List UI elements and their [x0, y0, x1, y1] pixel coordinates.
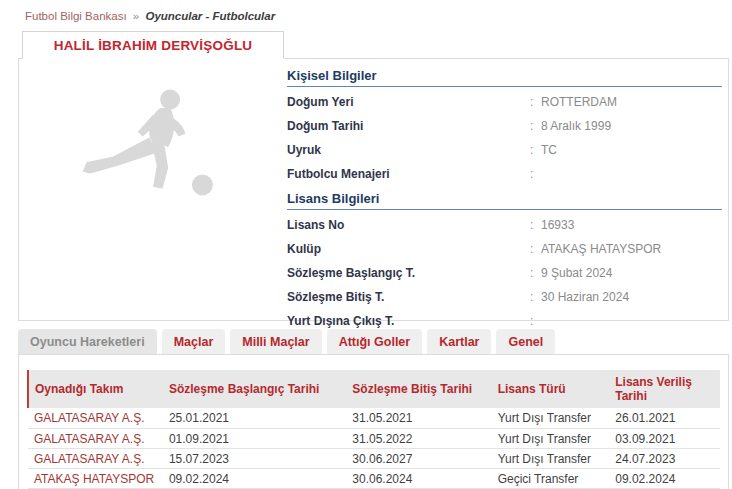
info-row: Doğum Tarihi:8 Aralık 1999 [287, 114, 722, 138]
tab-ma-lar[interactable]: Maçlar [162, 329, 226, 354]
colon-separator: : [530, 167, 541, 181]
footballer-silhouette-icon [58, 73, 248, 320]
cell: 09.02.2024 [163, 468, 346, 488]
cell: 25.01.2021 [163, 408, 346, 428]
cell: 26.01.2021 [609, 408, 720, 428]
info-row: Sözleşme Başlangıç T.:9 Şubat 2024 [287, 261, 722, 285]
colon-separator: : [530, 314, 541, 328]
player-photo-placeholder [19, 59, 287, 320]
info-value: ATAKAŞ HATAYSPOR [541, 242, 661, 256]
tab-oyuncu-hareketleri[interactable]: Oyuncu Hareketleri [18, 329, 157, 354]
table-row: ATAKAŞ HATAYSPOR09.02.202430.06.2024Geçi… [28, 468, 720, 488]
tab-milli-ma-lar[interactable]: Milli Maçlar [230, 329, 321, 354]
team-link[interactable]: GALATASARAY A.Ş. [28, 448, 163, 468]
info-value: 9 Şubat 2024 [541, 266, 612, 280]
info-value: ROTTERDAM [541, 95, 617, 109]
tab-content-panel: Oynadığı TakımSözleşme Başlangıç TarihiS… [18, 354, 729, 489]
cell: Geçici Transfer [492, 468, 610, 488]
player-details-column: Kişisel Bilgiler Doğum Yeri:ROTTERDAMDoğ… [287, 59, 728, 320]
cell: 30.06.2024 [346, 468, 491, 488]
cell: 31.05.2021 [346, 408, 491, 428]
breadcrumb-current: Oyuncular - Futbolcular [145, 10, 275, 22]
table-row: GALATASARAY A.Ş.15.07.202330.06.2027Yurt… [28, 448, 720, 468]
info-value: 30 Haziran 2024 [541, 290, 629, 304]
personal-info-title: Kişisel Bilgiler [287, 63, 722, 87]
info-label: Lisans No [287, 218, 530, 232]
column-header-s-zle-me-biti-tarihi: Sözleşme Bitiş Tarihi [346, 370, 491, 408]
table-header-row: Oynadığı TakımSözleşme Başlangıç TarihiS… [28, 370, 720, 408]
info-row: Sözleşme Bitiş T.:30 Haziran 2024 [287, 285, 722, 309]
colon-separator: : [530, 242, 541, 256]
info-label: Kulüp [287, 242, 530, 256]
info-value: 8 Aralık 1999 [541, 119, 611, 133]
cell: 03.09.2021 [609, 428, 720, 448]
colon-separator: : [530, 95, 541, 109]
info-label: Doğum Tarihi [287, 119, 530, 133]
column-header-lisans-t-r: Lisans Türü [492, 370, 610, 408]
player-name-tab: HALİL İBRAHİM DERVİŞOĞLU [22, 31, 284, 59]
colon-separator: : [530, 218, 541, 232]
info-label: Sözleşme Bitiş T. [287, 290, 530, 304]
column-header-oynad-tak-m: Oynadığı Takım [28, 370, 163, 408]
colon-separator: : [530, 143, 541, 157]
transfers-table: Oynadığı TakımSözleşme Başlangıç TarihiS… [27, 370, 720, 489]
cell: Yurt Dışı Transfer [492, 448, 610, 468]
info-label: Yurt Dışına Çıkış T. [287, 314, 530, 328]
info-row: Doğum Yeri:ROTTERDAM [287, 90, 722, 114]
cell: 01.09.2021 [163, 428, 346, 448]
colon-separator: : [530, 119, 541, 133]
breadcrumb-separator: » [130, 10, 142, 22]
cell: 31.05.2022 [346, 428, 491, 448]
tab-kartlar[interactable]: Kartlar [427, 329, 491, 354]
team-link[interactable]: GALATASARAY A.Ş. [28, 428, 163, 448]
cell: 24.07.2023 [609, 448, 720, 468]
info-label: Sözleşme Başlangıç T. [287, 266, 530, 280]
info-row: Kulüp:ATAKAŞ HATAYSPOR [287, 237, 722, 261]
team-link[interactable]: ATAKAŞ HATAYSPOR [28, 468, 163, 488]
info-row: Uyruk:TC [287, 138, 722, 162]
colon-separator: : [530, 266, 541, 280]
cell: 15.07.2023 [163, 448, 346, 468]
cell: 30.06.2027 [346, 448, 491, 468]
info-value: 16933 [541, 218, 574, 232]
tab-genel[interactable]: Genel [496, 329, 555, 354]
team-link[interactable]: GALATASARAY A.Ş. [28, 408, 163, 428]
table-row: GALATASARAY A.Ş.01.09.202131.05.2022Yurt… [28, 428, 720, 448]
column-header-lisans-verili-tarihi: Lisans Veriliş Tarihi [609, 370, 720, 408]
license-info-title: Lisans Bilgileri [287, 186, 722, 210]
cell: Yurt Dışı Transfer [492, 408, 610, 428]
player-info-panel: Kişisel Bilgiler Doğum Yeri:ROTTERDAMDoğ… [18, 58, 729, 321]
colon-separator: : [530, 290, 541, 304]
info-value: TC [541, 143, 557, 157]
breadcrumb-root-link[interactable]: Futbol Bilgi Bankası [25, 10, 127, 22]
info-row: Lisans No:16933 [287, 213, 722, 237]
table-row: GALATASARAY A.Ş.25.01.202131.05.2021Yurt… [28, 408, 720, 428]
info-label: Uyruk [287, 143, 530, 157]
info-row: Futbolcu Menajeri: [287, 162, 722, 186]
breadcrumb: Futbol Bilgi Bankası » Oyuncular - Futbo… [0, 0, 732, 31]
cell: 09.02.2024 [609, 468, 720, 488]
cell: Yurt Dışı Transfer [492, 428, 610, 448]
tab-att-goller[interactable]: Attığı Goller [327, 329, 423, 354]
license-info-rows: Lisans No:16933Kulüp:ATAKAŞ HATAYSPORSöz… [287, 213, 722, 333]
personal-info-rows: Doğum Yeri:ROTTERDAMDoğum Tarihi:8 Aralı… [287, 90, 722, 186]
info-label: Doğum Yeri [287, 95, 530, 109]
column-header-s-zle-me-ba-lang-tarihi: Sözleşme Başlangıç Tarihi [163, 370, 346, 408]
info-label: Futbolcu Menajeri [287, 167, 530, 181]
